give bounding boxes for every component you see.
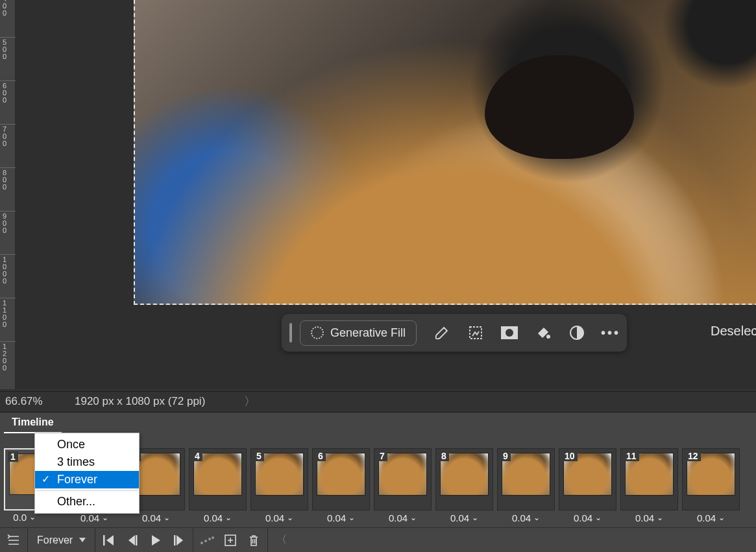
- timeline-frame[interactable]: 70.04⌄: [374, 448, 432, 510]
- chevron-down-icon: ⌄: [225, 513, 232, 522]
- frame-number: 8: [439, 451, 449, 461]
- frame-delay-value: 0.04: [512, 512, 531, 523]
- frame-number: 4: [192, 451, 202, 461]
- frame-delay-dropdown[interactable]: 0.04⌄: [436, 511, 493, 524]
- frame-delay-value: 0.04: [327, 512, 346, 523]
- document-info[interactable]: 1920 px x 1080 px (72 ppi): [75, 395, 205, 408]
- timeline-frame[interactable]: 80.04⌄: [435, 448, 493, 510]
- frame-delay-value: 0.04: [574, 512, 592, 523]
- chevron-down-icon: ⌄: [472, 513, 478, 522]
- timeline-playbar: Forever: [0, 527, 756, 552]
- svg-rect-6: [136, 535, 138, 546]
- delete-frame-button[interactable]: [247, 533, 261, 547]
- frame-delay-value: 0.04: [80, 512, 99, 523]
- frame-delay-value: 0.04: [265, 512, 284, 523]
- chevron-down-icon: ⌄: [348, 513, 355, 522]
- chevron-down-icon: [79, 538, 86, 542]
- status-bar-chevron-icon[interactable]: 〉: [244, 394, 256, 409]
- contextual-task-bar: Generative Fill •••: [282, 314, 627, 352]
- frame-delay-dropdown[interactable]: 0.04⌄: [559, 511, 616, 524]
- play-button[interactable]: [149, 533, 163, 547]
- status-bar: 66.67% 1920 px x 1080 px (72 ppi) 〉: [0, 391, 756, 411]
- prev-frame-button[interactable]: [125, 533, 140, 547]
- frame-delay-value: 0.04: [450, 512, 469, 523]
- frame-delay-value: 0.04: [142, 512, 161, 523]
- chevron-down-icon: ⌄: [718, 513, 725, 522]
- svg-point-2: [506, 329, 513, 337]
- loop-playback-label: Forever: [37, 534, 73, 546]
- frame-delay-dropdown[interactable]: 0.04⌄: [189, 511, 246, 524]
- svg-point-9: [204, 540, 207, 542]
- select-subject-icon[interactable]: [467, 324, 484, 341]
- mask-icon[interactable]: [501, 324, 518, 341]
- frame-number: 11: [624, 451, 639, 461]
- menu-divider: [36, 490, 138, 491]
- timeline-tab-label: Timeline: [12, 416, 54, 427]
- chevron-down-icon: ⌄: [657, 513, 663, 522]
- frame-delay-value: 0.04: [635, 512, 654, 523]
- sparkle-icon: [311, 326, 324, 339]
- frame-number: 6: [315, 451, 326, 461]
- chevron-down-icon: ⌄: [595, 513, 602, 522]
- timeline-frame[interactable]: 100.04⌄: [559, 448, 616, 510]
- tab-timeline[interactable]: Timeline: [4, 413, 62, 433]
- chevron-down-icon: ⌄: [164, 513, 170, 522]
- taskbar-drag-handle[interactable]: [289, 323, 292, 342]
- document-image[interactable]: [134, 0, 756, 305]
- deselect-button[interactable]: Deselec: [711, 324, 756, 339]
- chevron-down-icon: ⌄: [102, 513, 108, 522]
- svg-point-11: [212, 536, 214, 539]
- chevron-down-icon: ⌄: [29, 512, 36, 522]
- timeline-frame[interactable]: 120.04⌄: [682, 448, 740, 510]
- zoom-level[interactable]: 66.67%: [0, 395, 75, 408]
- frame-delay-value: 0.04: [204, 512, 223, 523]
- frame-delay-dropdown[interactable]: 0.04⌄: [374, 511, 431, 524]
- svg-rect-5: [103, 535, 105, 546]
- svg-point-3: [546, 335, 550, 339]
- loop-menu-item[interactable]: Once: [35, 436, 139, 453]
- chevron-down-icon: ⌄: [287, 513, 293, 522]
- timeline-frame[interactable]: 40.04⌄: [189, 448, 247, 510]
- frame-delay-dropdown[interactable]: 0.04⌄: [683, 511, 739, 524]
- frame-number: 10: [562, 451, 578, 461]
- loop-menu-other[interactable]: Other...: [35, 493, 139, 510]
- frame-delay-dropdown[interactable]: 0.04⌄: [251, 511, 308, 524]
- loop-playback-dropdown[interactable]: Forever: [34, 534, 88, 546]
- loop-options-menu: Once3 timesForeverOther...: [34, 433, 140, 514]
- frame-number: 12: [685, 451, 701, 461]
- frame-delay-value: 0.04: [697, 512, 716, 523]
- frame-delay-dropdown[interactable]: 0.04⌄: [498, 511, 554, 524]
- first-frame-button[interactable]: [102, 533, 116, 547]
- frame-delay-value: 0.0: [13, 512, 27, 523]
- timeline-frame[interactable]: 60.04⌄: [312, 448, 370, 510]
- chevron-down-icon: ⌄: [410, 513, 417, 522]
- new-frame-button[interactable]: [223, 533, 238, 547]
- convert-timeline-icon[interactable]: [6, 533, 21, 547]
- timeline-frame[interactable]: 110.04⌄: [620, 448, 678, 510]
- frame-delay-dropdown[interactable]: 0.04⌄: [313, 511, 369, 524]
- frame-delay-dropdown[interactable]: 0.0⌄: [3, 510, 36, 523]
- timeline-frame[interactable]: 90.04⌄: [497, 448, 555, 510]
- more-icon[interactable]: •••: [602, 324, 619, 341]
- loop-menu-item[interactable]: Forever: [35, 471, 139, 488]
- fill-bucket-icon[interactable]: [535, 324, 552, 341]
- chevron-down-icon: ⌄: [533, 513, 540, 522]
- frame-delay-dropdown[interactable]: 0.04⌄: [621, 511, 677, 524]
- frame-number: 7: [377, 451, 387, 461]
- adjustment-icon[interactable]: [568, 324, 585, 341]
- timeline-frame[interactable]: 50.04⌄: [250, 448, 308, 510]
- scroll-left-icon[interactable]: 〈: [274, 533, 289, 547]
- generative-fill-button[interactable]: Generative Fill: [300, 320, 417, 346]
- generative-fill-label: Generative Fill: [330, 326, 406, 340]
- svg-point-10: [208, 538, 211, 540]
- frame-number: 5: [254, 451, 264, 461]
- frame-number: 1: [8, 451, 18, 462]
- svg-rect-7: [174, 535, 176, 546]
- tween-button[interactable]: [200, 533, 214, 547]
- vertical-ruler: 400500600700800900100011001200: [0, 0, 16, 389]
- next-frame-button[interactable]: [172, 533, 186, 547]
- frame-delay-value: 0.04: [389, 512, 408, 523]
- frame-number: 9: [500, 451, 511, 461]
- brush-icon[interactable]: [433, 324, 450, 341]
- loop-menu-item[interactable]: 3 times: [35, 453, 139, 471]
